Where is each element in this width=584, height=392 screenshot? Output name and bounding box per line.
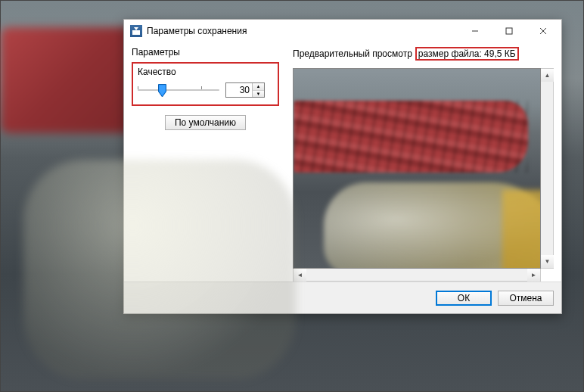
preview-heading: Предварительный просмотр xyxy=(293,48,412,59)
spinner-up-button[interactable]: ▲ xyxy=(253,83,264,91)
ok-button[interactable]: ОК xyxy=(436,291,492,306)
cancel-button[interactable]: Отмена xyxy=(498,291,554,306)
dialog-body: Параметры Качество xyxy=(124,42,561,282)
slider-thumb[interactable] xyxy=(158,84,166,98)
dialog-footer: ОК Отмена xyxy=(124,282,561,313)
scroll-down-button[interactable]: ▼ xyxy=(541,255,554,268)
preview-bottle-shape xyxy=(324,182,541,269)
save-icon xyxy=(130,25,142,37)
preview-panel: Предварительный просмотр размер файла: 4… xyxy=(293,47,554,282)
close-button[interactable] xyxy=(526,20,560,42)
horizontal-scrollbar[interactable]: ◄ ► xyxy=(293,269,541,282)
preview-image[interactable] xyxy=(293,68,541,269)
quality-input[interactable] xyxy=(226,83,252,97)
hscroll-track[interactable] xyxy=(306,269,527,281)
filesize-label-highlight: размер файла: 49,5 КБ xyxy=(415,47,519,61)
maximize-button[interactable] xyxy=(492,20,526,42)
background-photo: Параметры сохранения Параметры Качество xyxy=(0,0,584,392)
save-options-dialog: Параметры сохранения Параметры Качество xyxy=(123,19,562,314)
slider-track xyxy=(138,89,219,91)
preview-cloth-shape xyxy=(294,101,528,173)
vscroll-track[interactable] xyxy=(541,82,553,255)
window-title: Параметры сохранения xyxy=(147,26,458,36)
vertical-scrollbar[interactable]: ▲ ▼ xyxy=(541,68,554,269)
quality-group-highlight: Качество xyxy=(132,62,279,106)
scroll-left-button[interactable]: ◄ xyxy=(294,269,306,282)
quality-spinner[interactable]: ▲ ▼ xyxy=(225,82,265,98)
quality-label: Качество xyxy=(138,67,273,77)
minimize-button[interactable] xyxy=(458,20,492,42)
spinner-down-button[interactable]: ▼ xyxy=(253,91,264,98)
default-button[interactable]: По умолчанию xyxy=(165,115,246,130)
scroll-up-button[interactable]: ▲ xyxy=(541,69,554,82)
svg-rect-1 xyxy=(506,28,512,34)
quality-slider[interactable] xyxy=(138,82,219,98)
parameters-heading: Параметры xyxy=(132,47,279,58)
preview-area: ▲ ▼ xyxy=(293,68,554,269)
parameters-panel: Параметры Качество xyxy=(132,47,279,282)
scroll-right-button[interactable]: ► xyxy=(527,269,540,282)
titlebar[interactable]: Параметры сохранения xyxy=(124,20,561,42)
